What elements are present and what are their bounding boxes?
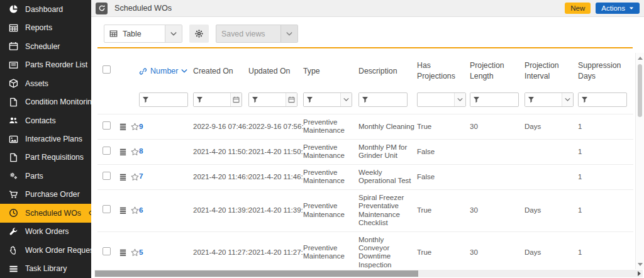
cart-icon [8, 190, 18, 199]
column-header-has-projections[interactable]: Has Projections [417, 53, 470, 89]
filter-input-created-on[interactable] [206, 93, 230, 106]
sidebar-item-assets[interactable]: Assets [0, 74, 91, 92]
row-menu-icon[interactable] [119, 148, 127, 156]
row-checkbox[interactable] [103, 205, 111, 213]
select-all-checkbox[interactable] [103, 65, 111, 74]
cell-created-on: 2021-4-20 11:39:5 [193, 189, 248, 231]
saved-views-select[interactable]: Saved views [216, 25, 298, 43]
table-row: 72021-4-20 11:46:02021-4-20 11:46:0Preve… [97, 164, 633, 189]
column-header-projection-length[interactable]: Projection Length [470, 53, 525, 89]
vertical-scrollbar[interactable] [635, 53, 644, 269]
filter-input-has-projections[interactable] [418, 93, 454, 106]
scroll-up-button[interactable] [636, 54, 644, 62]
wo-number-link[interactable]: 9 [139, 122, 143, 131]
sidebar-item-purchase-order[interactable]: Purchase Order [0, 186, 91, 204]
cell-description: Spiral Freezer Preventative Maintenance … [358, 189, 417, 231]
row-menu-icon[interactable] [119, 123, 127, 131]
scroll-right-button[interactable] [638, 270, 641, 277]
filter-input-projection-interval[interactable] [537, 93, 562, 106]
sidebar-item-contacts[interactable]: Contacts [0, 111, 91, 130]
filter-cell-type [303, 89, 358, 114]
filter-input-number[interactable] [152, 93, 187, 106]
filter-dropdown-button-projection-interval[interactable] [562, 93, 573, 106]
gears-icon [8, 171, 18, 181]
filter-dropdown-button-type[interactable] [340, 93, 352, 106]
sidebar-item-scheduled-wos[interactable]: Scheduled WOs [0, 204, 91, 222]
refresh-button[interactable] [96, 3, 108, 14]
sidebar-item-interactive-plans[interactable]: Interactive Plans [0, 130, 91, 148]
sidebar-item-parts-reorder-list[interactable]: Parts Reorder List [0, 55, 91, 74]
cell-projection-interval [525, 164, 578, 189]
favorite-star-icon[interactable] [131, 123, 139, 131]
filter-funnel-button-created-on[interactable] [194, 93, 206, 106]
cell-has-projections: False [417, 139, 470, 164]
column-header-created-on[interactable]: Created On [193, 53, 248, 89]
sidebar-item-condition-monitoring[interactable]: Condition Monitoring [0, 92, 91, 111]
saved-views-select-caret[interactable] [280, 25, 297, 42]
favorite-star-icon[interactable] [131, 173, 139, 181]
wo-number-link[interactable]: 8 [139, 147, 143, 155]
row-checkbox[interactable] [103, 147, 111, 155]
view-type-select[interactable]: Table [104, 25, 182, 43]
column-header-updated-on[interactable]: Updated On [248, 53, 303, 89]
filter-input-suppression-days[interactable] [591, 93, 626, 106]
filter-funnel-button-updated-on[interactable] [249, 93, 261, 106]
row-checkbox[interactable] [103, 121, 111, 130]
filter-funnel-button-type[interactable] [304, 93, 316, 106]
vertical-scrollbar-thumb[interactable] [638, 64, 642, 117]
filter-funnel-button-number[interactable] [140, 93, 152, 106]
sidebar-item-label: Purchase Order [25, 190, 80, 199]
sidebar-item-part-requisitions[interactable]: Part Requisitions [0, 148, 91, 167]
sidebar-item-reports[interactable]: Reports [0, 18, 91, 36]
settings-gear-button[interactable] [189, 25, 209, 43]
column-header-type[interactable]: Type [303, 53, 358, 89]
row-checkbox[interactable] [103, 172, 111, 180]
sidebar-item-task-library[interactable]: Task Library [0, 260, 91, 278]
favorite-star-icon[interactable] [131, 206, 139, 214]
wo-number-link[interactable]: 5 [139, 248, 143, 257]
row-checkbox[interactable] [103, 247, 111, 255]
row-menu-icon[interactable] [119, 206, 127, 214]
column-header-label: Updated On [248, 67, 290, 75]
actions-button[interactable]: Actions [596, 3, 640, 14]
horizontal-scrollbar[interactable] [94, 270, 643, 277]
filter-calendar-button-updated-on[interactable] [286, 93, 297, 106]
wo-number-link[interactable]: 6 [139, 206, 143, 214]
filter-dropdown-button-has-projections[interactable] [454, 93, 465, 106]
filter-input-projection-length[interactable] [482, 93, 518, 106]
calendar-icon [8, 42, 18, 51]
column-header-description[interactable]: Description [358, 53, 417, 89]
column-header-suppression-days[interactable]: Suppression Days [578, 53, 633, 89]
sidebar-item-scheduler[interactable]: Scheduler [0, 37, 91, 55]
sidebar-item-label: Assets [25, 79, 48, 88]
column-header-label: Number [150, 66, 178, 77]
filter-input-updated-on[interactable] [261, 93, 286, 106]
filter-funnel-button-suppression-days[interactable] [579, 93, 591, 106]
favorite-star-icon[interactable] [131, 248, 139, 257]
filter-funnel-button-description[interactable] [359, 93, 371, 106]
sidebar-item-parts[interactable]: Parts [0, 167, 91, 185]
sidebar-item-work-orders[interactable]: Work Orders [0, 223, 91, 241]
row-menu-icon[interactable] [119, 173, 127, 181]
filter-funnel-button-projection-interval[interactable] [525, 93, 537, 106]
filter-input-type[interactable] [316, 93, 340, 106]
column-header-number[interactable]: Number [139, 53, 193, 89]
row-menu-icon[interactable] [119, 248, 127, 257]
filter-funnel-button-projection-length[interactable] [470, 93, 482, 106]
table-grid-icon [8, 23, 18, 33]
column-header-select[interactable] [97, 53, 119, 89]
filter-input-description[interactable] [371, 93, 407, 106]
sidebar-item-label: Part Requisitions [25, 153, 84, 162]
sidebar-item-dashboard[interactable]: Dashboard [0, 0, 91, 18]
filter-calendar-button-created-on[interactable] [230, 93, 242, 106]
cell-type: Preventive Maintenance [303, 139, 358, 164]
wo-number-link[interactable]: 7 [139, 172, 143, 181]
column-header-projection-interval[interactable]: Projection Interval [525, 53, 578, 89]
view-type-select-caret[interactable] [165, 25, 182, 42]
favorite-star-icon[interactable] [131, 148, 139, 156]
scroll-down-button[interactable] [636, 260, 644, 268]
sidebar-item-work-order-requests[interactable]: Work Order Requests [0, 241, 91, 259]
sidebar-item-label: Dashboard [25, 5, 63, 14]
new-button[interactable]: New [565, 3, 591, 14]
horizontal-scrollbar-thumb[interactable] [95, 270, 418, 277]
